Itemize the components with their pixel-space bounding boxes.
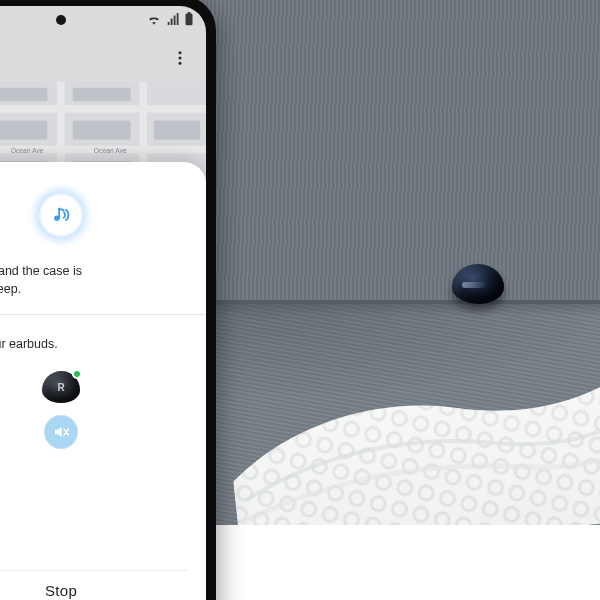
svg-rect-14 [0,88,47,102]
svg-point-5 [179,57,182,60]
earbud-side-label: R [57,382,64,393]
music-beep-icon [50,204,72,226]
svg-rect-2 [186,13,193,25]
map-street-label: Ocean Ave [94,147,127,154]
battery-icon [184,12,194,26]
status-dot-ok [72,369,82,379]
sheet-note: in the case and the case is ney won't be… [0,262,188,298]
stop-button[interactable]: Stop [0,570,188,600]
sheet-note-line1: in the case and the case is [0,264,82,278]
svg-rect-18 [73,121,131,140]
status-bar [0,6,206,32]
app-bar: s Find [0,36,206,80]
mute-button[interactable] [44,415,78,449]
phone-screen: s Find [0,6,206,600]
svg-rect-3 [188,12,191,14]
svg-rect-17 [0,121,47,140]
earbud-right-illustration: R [42,371,80,403]
wifi-icon [147,13,161,25]
sheet-hint: you find your earbuds. [0,335,188,353]
svg-point-6 [179,62,182,65]
svg-point-22 [54,215,60,221]
more-options-button[interactable] [168,46,192,70]
svg-rect-19 [154,121,200,140]
bottom-sheet: in the case and the case is ney won't be… [0,162,206,600]
signal-icon [166,13,179,25]
beeping-indicator [30,184,92,246]
more-vert-icon [171,49,189,67]
divider [0,314,206,315]
earbud-on-sofa [452,264,504,304]
svg-rect-15 [73,88,131,102]
svg-point-4 [179,51,182,54]
sheet-note-line2: ney won't beep. [0,282,21,296]
mute-icon [52,423,70,441]
phone-frame: s Find [0,0,216,600]
map-street-label: Ocean Ave [11,147,44,154]
